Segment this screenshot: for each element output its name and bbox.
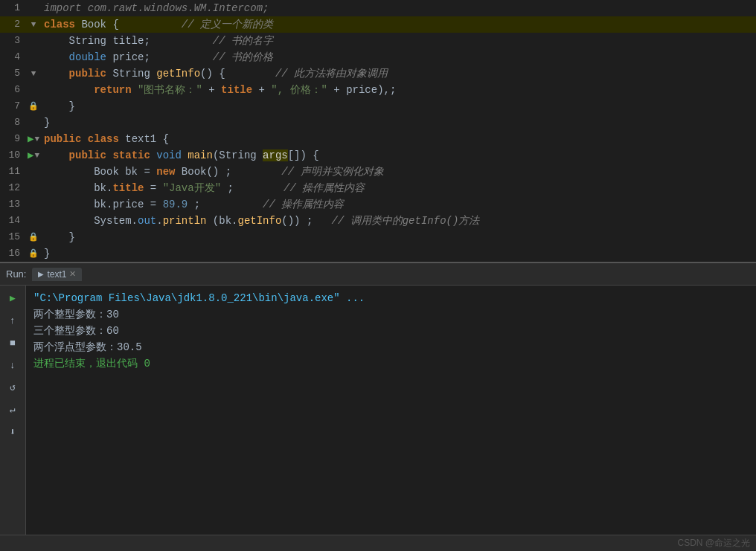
- str-token: ", 价格：": [271, 84, 327, 96]
- output-line: 进程已结束，退出代码 0: [33, 355, 749, 372]
- rerun-button[interactable]: ↺: [4, 379, 21, 396]
- run-button[interactable]: ▶: [4, 290, 21, 306]
- pln-token: +: [202, 84, 221, 96]
- run-fold-gutter: ▶▼: [26, 131, 41, 147]
- code-editor: 1import com.rawt.windows.WM.Intercom;2▼c…: [0, 0, 756, 263]
- pln-token: bk.: [44, 182, 112, 194]
- code-line-7: 7🔒 }: [0, 98, 756, 115]
- pln-token: }: [44, 100, 75, 112]
- cmt-token: // 定义一个新的类: [182, 19, 273, 30]
- pln-token: ;: [221, 182, 234, 194]
- kw-token: static: [112, 149, 150, 161]
- csdn-badge: CSDN @命运之光: [677, 537, 750, 550]
- highlighted-token: args: [263, 149, 288, 161]
- pln-token: [119, 19, 182, 30]
- code-content: }: [41, 98, 756, 115]
- lock-gutter: 🔒: [26, 229, 41, 245]
- line-number: 1: [0, 0, 26, 16]
- cmt-token: // 操作属性内容: [284, 182, 365, 194]
- line-number: 13: [0, 196, 26, 213]
- output-line: 两个浮点型参数：30.5: [33, 339, 749, 355]
- code-line-5: 5▼ public String getInfo() { // 此方法将由对象调…: [0, 65, 756, 82]
- pln-token: bk.price =: [44, 199, 163, 210]
- run-fold-gutter: ▶▼: [26, 147, 41, 164]
- line-number: 16: [0, 245, 26, 262]
- code-line-12: 12 bk.title = "Java开发" ; // 操作属性内容: [0, 180, 756, 196]
- pln-token: [225, 68, 275, 80]
- run-footer: CSDN @命运之光: [0, 535, 756, 551]
- pln-token: String title;: [44, 35, 150, 47]
- line-number: 3: [0, 33, 26, 49]
- cmt-token: // 声明并实例化对象: [281, 166, 383, 178]
- str-token: "Java开发": [163, 182, 221, 194]
- fold-triangle-icon[interactable]: ▼: [31, 65, 36, 82]
- pln-token: [234, 182, 284, 194]
- fold-icon: ▼: [26, 16, 41, 33]
- line-number: 14: [0, 213, 26, 229]
- kw-token: public: [69, 68, 106, 80]
- pln-token: (bk.: [206, 215, 237, 227]
- pln-token: Book bk =: [44, 166, 156, 178]
- line-number: 7: [0, 98, 26, 115]
- pln-token: price;: [106, 51, 150, 63]
- pln-token: []) {: [288, 149, 319, 161]
- run-triangle-icon[interactable]: ▶: [28, 147, 33, 164]
- kw-token: return: [94, 84, 131, 96]
- pln-token: +: [252, 84, 271, 96]
- code-line-15: 15🔒 }: [0, 229, 756, 245]
- pln-token: =: [144, 182, 162, 194]
- pln-token: [44, 51, 69, 63]
- pln-token: [44, 68, 69, 80]
- run-header: Run: ▶ text1 ✕: [0, 263, 756, 286]
- pln-token: text1 {: [119, 133, 169, 145]
- download-button[interactable]: ⬇: [4, 424, 21, 440]
- fold-triangle-icon[interactable]: ▼: [34, 147, 39, 164]
- mth-token: getInfo: [237, 215, 281, 227]
- kw-token: title: [221, 84, 252, 96]
- fold-triangle-icon[interactable]: ▼: [34, 131, 39, 147]
- run-tab[interactable]: ▶ text1 ✕: [32, 268, 82, 281]
- pln-token: [132, 84, 138, 96]
- code-line-2: 2▼class Book { // 定义一个新的类: [0, 16, 756, 33]
- pln-token: [200, 199, 263, 210]
- mth-token: main: [188, 149, 213, 161]
- cmt-token: import com.rawt.windows.WM.Intercom;: [44, 2, 269, 14]
- pln-token: [150, 51, 213, 63]
- scroll-up-button[interactable]: ↑: [4, 312, 21, 329]
- lock-icon: 🔒: [28, 245, 39, 262]
- code-line-13: 13 bk.price = 89.9 ; // 操作属性内容: [0, 196, 756, 213]
- lock-icon: 🔒: [28, 229, 39, 245]
- code-content: String title; // 书的名字: [41, 33, 756, 49]
- code-content: public static void main(String args[]) {: [41, 147, 756, 164]
- pln-token: }: [44, 117, 50, 129]
- stop-button[interactable]: ■: [4, 335, 21, 351]
- code-content: double price; // 书的价格: [41, 49, 756, 65]
- pln-token: [150, 149, 156, 161]
- line-number: 2: [0, 16, 26, 33]
- fold-triangle-icon[interactable]: ▼: [31, 16, 36, 33]
- line-number: 6: [0, 82, 26, 98]
- scroll-down-button[interactable]: ↓: [4, 357, 21, 373]
- code-content: public class text1 {: [41, 131, 756, 147]
- code-content: }: [41, 229, 756, 245]
- lock-icon: 🔒: [28, 98, 39, 115]
- fold-icon: ▼: [26, 65, 41, 82]
- code-content: public String getInfo() { // 此方法将由对象调用: [41, 65, 756, 82]
- pln-token: [44, 149, 69, 161]
- run-triangle-icon[interactable]: ▶: [28, 131, 33, 147]
- line-number: 8: [0, 115, 26, 131]
- pln-token: + price),;: [327, 84, 396, 96]
- code-line-9: 9▶▼public class text1 {: [0, 131, 756, 147]
- cmt-token: // 书的名字: [213, 35, 273, 47]
- output-line: "C:\Program Files\Java\jdk1.8.0_221\bin\…: [33, 290, 749, 306]
- pln-token: (String: [213, 149, 263, 161]
- line-number: 5: [0, 65, 26, 82]
- code-content: Book bk = new Book() ; // 声明并实例化对象: [41, 164, 756, 180]
- close-icon[interactable]: ✕: [69, 269, 76, 279]
- pln-token: [150, 35, 213, 47]
- wrap-button[interactable]: ↵: [4, 402, 21, 418]
- pln-token: Book {: [75, 19, 119, 30]
- str-token: "图书名称：": [138, 84, 202, 96]
- lock-gutter: 🔒: [26, 245, 41, 262]
- run-label: Run:: [6, 268, 26, 280]
